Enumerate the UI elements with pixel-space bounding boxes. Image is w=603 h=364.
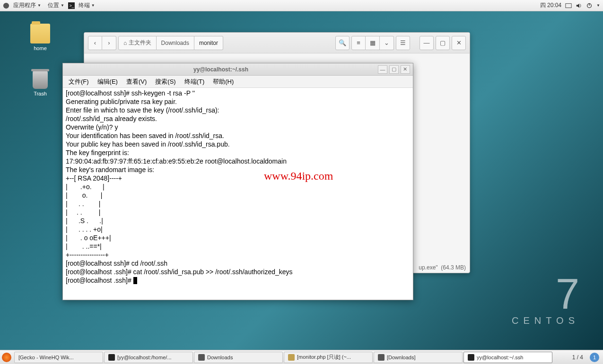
terminal-titlebar[interactable]: yy@localhost:~/.ssh — ▢ ✕: [63, 63, 413, 76]
menu-view[interactable]: 查看(V): [122, 77, 150, 87]
terminal-menubar: 文件(F) 编辑(E) 查看(V) 搜索(S) 终端(T) 帮助(H): [63, 76, 413, 88]
terminal-icon: [108, 354, 115, 361]
terminal-cursor: [133, 277, 137, 284]
file-manager-toolbar: ‹ › ⌂ 主文件夹 Downloads monitor 🔍 ≡ ▦ ⌄ ☰ —…: [84, 33, 470, 53]
power-icon[interactable]: [586, 2, 593, 9]
volume-icon[interactable]: [576, 2, 582, 9]
trash-icon: [33, 71, 48, 89]
terminal-window[interactable]: yy@localhost:~/.ssh — ▢ ✕ 文件(F) 编辑(E) 查看…: [62, 63, 413, 300]
taskbar: [Gecko - WineHQ Wik... [yy@localhost:/ho…: [0, 350, 603, 364]
system-menu-arrow[interactable]: ▼: [596, 3, 600, 8]
home-icon: ⌂: [123, 40, 127, 46]
places-menu[interactable]: 位置 ▼: [45, 0, 67, 10]
terminal-title: yy@localhost:~/.ssh: [193, 66, 248, 73]
svg-point-0: [3, 2, 9, 8]
workspace-indicator[interactable]: 1 / 4: [568, 354, 587, 361]
menu-file[interactable]: 文件(F): [65, 77, 93, 87]
taskbar-item-firefox[interactable]: [Gecko - WineHQ Wik...: [14, 352, 103, 363]
svg-text:>_: >_: [69, 3, 74, 8]
maximize-button[interactable]: ▢: [389, 65, 399, 74]
file-manager-status: up.exe" (64.3 MB): [419, 264, 466, 271]
close-button[interactable]: ✕: [452, 36, 466, 50]
search-icon: 🔍: [339, 39, 346, 46]
close-button[interactable]: ✕: [401, 65, 410, 74]
watermark: www.94ip.com: [264, 170, 333, 182]
menu-help[interactable]: 帮助(H): [209, 77, 237, 87]
terminal-app-icon[interactable]: >_: [68, 2, 75, 9]
desktop-home-icon[interactable]: home: [24, 24, 57, 51]
crumb-home[interactable]: ⌂ 主文件夹: [118, 36, 157, 50]
grid-view-icon: ▦: [370, 39, 376, 46]
menu-terminal[interactable]: 终端(T): [181, 77, 209, 87]
desktop-icon-label: Trash: [24, 91, 57, 96]
folder-icon: [30, 24, 50, 43]
taskbar-item-downloads2[interactable]: [Downloads]: [374, 352, 463, 363]
taskbar-item-terminal-active[interactable]: yy@localhost:~/.ssh: [463, 352, 552, 363]
breadcrumb: ⌂ 主文件夹 Downloads monitor: [118, 36, 223, 50]
terminal-output[interactable]: [root@localhost ssh]# ssh-keygen -t rsa …: [63, 88, 413, 300]
terminal-menu[interactable]: 终端 ▼: [76, 0, 98, 10]
maximize-button[interactable]: ▢: [436, 36, 450, 50]
list-view-button[interactable]: ≡: [351, 36, 366, 50]
crumb-monitor[interactable]: monitor: [194, 36, 223, 50]
terminal-icon: [468, 354, 474, 361]
gnome-logo-icon: [3, 2, 9, 9]
top-panel: 应用程序 ▼ 位置 ▼ >_ 终端 ▼ 四 20:04 ▼: [0, 0, 603, 11]
forward-button[interactable]: ›: [102, 36, 116, 50]
taskbar-item-terminal1[interactable]: [yy@localhost:/home/...: [104, 352, 193, 363]
desktop-trash-icon[interactable]: Trash: [24, 71, 57, 96]
clock[interactable]: 四 20:04: [540, 1, 561, 9]
desktop-icon-label: home: [24, 45, 57, 51]
svg-rect-3: [566, 3, 571, 8]
hamburger-icon: ☰: [400, 39, 406, 46]
menu-button[interactable]: ☰: [396, 36, 410, 50]
menu-edit[interactable]: 编辑(E): [94, 77, 122, 87]
chevron-down-icon: ⌄: [384, 39, 389, 46]
grid-view-button[interactable]: ▦: [366, 36, 380, 50]
minimize-button[interactable]: —: [378, 65, 387, 74]
search-button[interactable]: 🔍: [335, 36, 350, 50]
list-view-icon: ≡: [357, 39, 360, 46]
view-options-button[interactable]: ⌄: [380, 36, 394, 50]
keyboard-indicator-icon[interactable]: [565, 2, 572, 9]
back-button[interactable]: ‹: [88, 36, 102, 50]
firefox-launcher-icon[interactable]: [2, 353, 11, 362]
taskbar-item-editor[interactable]: [monitor.php [只读] (~...: [284, 352, 373, 363]
minimize-button[interactable]: —: [419, 36, 434, 50]
taskbar-item-downloads[interactable]: Downloads: [194, 352, 283, 363]
editor-icon: [288, 354, 295, 361]
crumb-downloads[interactable]: Downloads: [157, 36, 194, 50]
applications-menu[interactable]: 应用程序 ▼: [10, 0, 44, 10]
folder-icon: [378, 354, 385, 361]
folder-icon: [198, 354, 205, 361]
menu-search[interactable]: 搜索(S): [151, 77, 179, 87]
centos-branding: 7 CENTOS: [512, 273, 579, 326]
notification-badge[interactable]: 1: [590, 353, 599, 362]
